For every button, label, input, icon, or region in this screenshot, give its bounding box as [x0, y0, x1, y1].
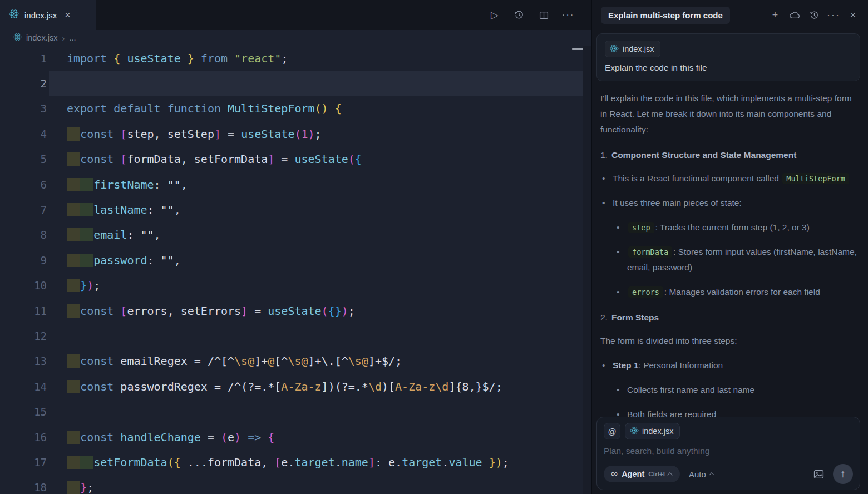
editor-toolbar: ▷ ··· — [489, 0, 574, 30]
chat-tab-title[interactable]: Explain multi-step form code — [601, 7, 730, 24]
bullet-dot: • — [600, 171, 613, 186]
line-number: 17 — [0, 456, 67, 468]
heading-number: 2. — [600, 313, 608, 322]
breadcrumb-separator: › — [62, 33, 65, 43]
mode-selector[interactable]: ∞ Agent Ctrl+I — [604, 466, 680, 482]
input-bottom-row: ∞ Agent Ctrl+I Auto ↑ — [604, 464, 853, 484]
split-editor-button[interactable] — [537, 9, 550, 21]
tab-index-jsx[interactable]: index.jsx × — [0, 0, 96, 30]
tab-strip: index.jsx × ▷ ··· — [0, 0, 591, 30]
scrollbar-thumb[interactable] — [572, 48, 583, 50]
assistant-response: I'll explain the code in this file, whic… — [592, 81, 868, 470]
line-number: 11 — [0, 305, 67, 317]
bullet-text: errors: Manages validation errors for ea… — [627, 284, 859, 300]
infinity-icon: ∞ — [611, 468, 618, 480]
editor-scrollbar[interactable] — [583, 46, 591, 494]
bullet-text: Collects first name and last name — [627, 382, 859, 398]
line-number: 3 — [0, 102, 67, 115]
code-line: 10 }); — [0, 273, 591, 298]
breadcrumb: index.jsx › ... — [0, 30, 591, 46]
code-editor[interactable]: 1import { useState } from "react";23expo… — [0, 46, 591, 494]
line-number: 1 — [0, 52, 67, 65]
line-number: 5 — [0, 153, 67, 165]
bullet-dot: • — [615, 382, 627, 398]
mention-button[interactable]: @ — [604, 423, 620, 439]
react-icon — [9, 9, 19, 21]
chat-bullet: •Collects first name and last name — [615, 382, 859, 398]
heading-text: Form Steps — [611, 313, 659, 322]
text: This is a React functional component cal… — [613, 174, 781, 183]
bullet-text: step: Tracks the current form step (1, 2… — [627, 220, 859, 235]
code-line: 14 const passwordRegex = /^(?=.*[A-Za-z]… — [0, 374, 591, 399]
close-icon[interactable]: × — [847, 9, 859, 21]
image-attach-button[interactable] — [813, 469, 824, 480]
context-file-chip[interactable]: index.jsx — [625, 423, 680, 439]
history-icon[interactable] — [808, 9, 820, 21]
line-number: 4 — [0, 128, 67, 140]
chat-input-box[interactable]: @ index.jsx ∞ Agent Ctrl+I Auto — [596, 417, 860, 490]
close-icon[interactable]: × — [62, 9, 73, 21]
inline-code: MultiStepForm — [782, 173, 849, 184]
code-line-text: const passwordRegex = /^(?=.*[A-Za-z])(?… — [67, 380, 502, 393]
text: : Personal Information — [639, 360, 723, 370]
chevron-up-icon — [667, 472, 673, 477]
code-line: 5 const [formData, setFormData] = useSta… — [0, 147, 591, 172]
line-number: 15 — [0, 406, 67, 418]
send-button[interactable]: ↑ — [833, 464, 853, 484]
code-line-text: email: "", — [67, 228, 161, 241]
text: I'll explain the code in this file, whic… — [600, 93, 852, 134]
code-line: 13 const emailRegex = /^[^\s@]+@[^\s@]+\… — [0, 349, 591, 374]
code-line: 7 lastName: "", — [0, 197, 591, 222]
code-line: 1import { useState } from "react"; — [0, 46, 591, 71]
bullet-dot: • — [615, 284, 627, 300]
code-line-text: export default function MultiStepForm() … — [67, 102, 342, 115]
react-icon — [630, 426, 639, 437]
heading-text: Component Structure and State Management — [611, 150, 796, 160]
history-button[interactable] — [513, 9, 525, 21]
code-line-text: lastName: "", — [67, 203, 181, 216]
chat-bullet: •formData: Stores form input values (fir… — [615, 244, 859, 275]
code-line-text: const [step, setStep] = useState(1); — [67, 127, 322, 141]
code-line: 3export default function MultiStepForm()… — [0, 96, 591, 121]
more-icon[interactable]: ··· — [827, 9, 840, 21]
react-icon — [13, 33, 22, 43]
prompt-input[interactable] — [604, 446, 853, 456]
mode-shortcut: Ctrl+I — [648, 471, 665, 477]
code-line: 16 const handleChange = (e) => { — [0, 424, 591, 449]
code-line: 11 const [errors, setErrors] = useState(… — [0, 298, 591, 323]
chat-bullet: •This is a React functional component ca… — [600, 171, 859, 186]
run-button[interactable]: ▷ — [489, 9, 501, 21]
chat-bullet: •errors: Manages validation errors for e… — [615, 284, 859, 300]
text: : Manages validation errors for each fie… — [664, 287, 820, 297]
context-file-name: index.jsx — [623, 45, 654, 53]
code-line-text: const emailRegex = /^[^\s@]+@[^\s@]+\.[^… — [67, 354, 402, 368]
code-line-text: const [errors, setErrors] = useState({})… — [67, 304, 355, 318]
model-selector[interactable]: Auto — [689, 470, 714, 479]
breadcrumb-symbol[interactable]: ... — [69, 33, 76, 42]
code-line: 17 setFormData({ ...formData, [e.target.… — [0, 449, 591, 475]
chat-paragraph: I'll explain the code in this file, whic… — [600, 91, 859, 137]
bullet-dot: • — [615, 220, 627, 235]
model-label: Auto — [689, 470, 706, 479]
bullet-dot: • — [615, 244, 627, 275]
chat-bullet: •step: Tracks the current form step (1, … — [615, 220, 859, 235]
plus-icon[interactable]: + — [769, 9, 781, 21]
line-number: 10 — [0, 279, 67, 292]
cloud-icon[interactable] — [788, 9, 801, 21]
code-line: 6 firstName: "", — [0, 172, 591, 197]
line-number: 7 — [0, 204, 67, 216]
line-number: 12 — [0, 330, 67, 342]
react-icon — [610, 44, 619, 55]
line-number: 18 — [0, 481, 67, 493]
breadcrumb-file[interactable]: index.jsx — [26, 33, 57, 42]
more-actions-button[interactable]: ··· — [562, 9, 574, 21]
bullet-text: It uses three main pieces of state: — [613, 195, 859, 211]
code-line-text: }; — [67, 481, 93, 494]
heading-number: 1. — [600, 150, 608, 160]
chat-pane: Explain multi-step form code + ··· × ind… — [591, 0, 868, 494]
code-line-text: const [formData, setFormData] = useState… — [67, 152, 362, 166]
chat-heading: 1.Component Structure and State Manageme… — [600, 149, 859, 162]
chat-bullet: •Step 1: Personal Information — [600, 358, 859, 373]
line-number: 16 — [0, 431, 67, 443]
context-file-chip[interactable]: index.jsx — [605, 41, 660, 57]
